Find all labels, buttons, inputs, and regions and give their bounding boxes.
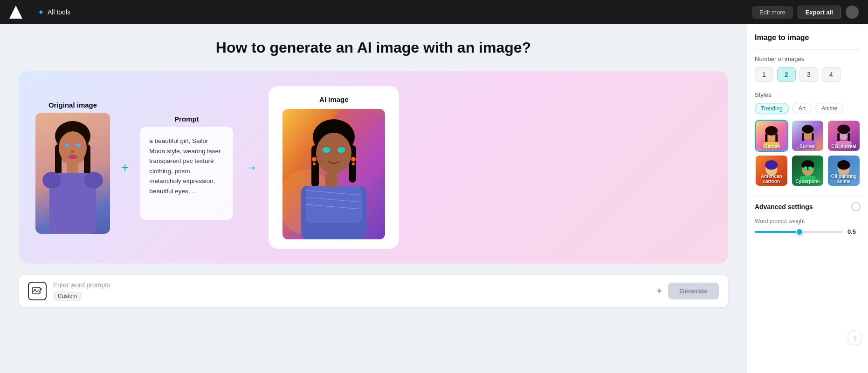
prompt-text-box: a beautiful girl, Sailor Moon style, wea… — [140, 127, 233, 220]
slider-track[interactable] — [755, 231, 843, 233]
style-label-cyberpunk: Cyberpunk — [792, 179, 824, 184]
svg-point-9 — [71, 150, 75, 153]
tab-art[interactable]: Art — [792, 103, 812, 114]
styles-tabs: Trending Art Anime — [755, 103, 861, 114]
svg-point-21 — [316, 133, 351, 174]
ai-image-svg — [282, 109, 385, 239]
num-images-row: 1 2 3 4 — [755, 67, 861, 82]
all-tools-button[interactable]: ✦ All tools — [38, 8, 70, 17]
styles-label: Styles — [755, 91, 861, 98]
image-input-icon[interactable] — [28, 282, 47, 300]
panel-divider-2 — [755, 196, 861, 197]
style-grid: Custom — [755, 120, 861, 187]
prompt-section: Prompt a beautiful girl, Sailor Moon sty… — [140, 115, 233, 220]
advanced-label: Advanced settings — [755, 203, 813, 210]
slider-fill — [755, 231, 799, 233]
style-label-oil: Oil painting anime — [828, 174, 860, 184]
original-image — [35, 113, 110, 234]
svg-rect-33 — [325, 173, 338, 187]
svg-rect-34 — [33, 287, 40, 294]
svg-point-24 — [312, 157, 317, 162]
magic-wand-icon[interactable]: ✦ — [655, 285, 663, 297]
custom-tag[interactable]: Custom — [53, 292, 82, 301]
style-item-cgi[interactable]: CGI surreal — [827, 120, 861, 152]
input-right: ✦ Generate — [655, 283, 719, 299]
person-silhouette — [35, 113, 110, 234]
num-btn-2[interactable]: 2 — [777, 67, 796, 82]
all-tools-label: All tools — [48, 8, 70, 16]
svg-point-62 — [801, 160, 814, 170]
style-item-cyberpunk[interactable]: Cyberpunk — [791, 155, 825, 187]
topnav-right: Edit more Export all — [752, 6, 859, 19]
svg-point-23 — [338, 147, 345, 153]
style-item-surreal[interactable]: Surreal — [791, 120, 825, 152]
content-area: How to generate an AI image with an imag… — [0, 24, 747, 373]
style-item-custom[interactable]: Custom — [755, 120, 788, 152]
panel-divider-1 — [755, 49, 861, 50]
ai-image-label: AI image — [319, 95, 349, 103]
avatar[interactable] — [846, 6, 859, 19]
svg-point-13 — [42, 172, 61, 189]
svg-rect-48 — [812, 133, 813, 141]
edit-more-button[interactable]: Edit more — [752, 6, 793, 19]
style-label-american: American cartoon — [756, 174, 787, 184]
image-add-icon — [32, 286, 42, 296]
right-panel: Image to image Number of images 1 2 3 4 … — [747, 24, 868, 373]
tab-anime[interactable]: Anime — [815, 103, 843, 114]
svg-point-64 — [808, 167, 812, 170]
style-label-cgi: CGI surreal — [828, 144, 860, 149]
num-btn-1[interactable]: 1 — [755, 67, 773, 82]
demo-card: Original image — [19, 71, 728, 264]
num-btn-3[interactable]: 3 — [799, 67, 818, 82]
original-label: Original image — [48, 101, 97, 109]
style-item-american[interactable]: American cartoon — [755, 155, 788, 187]
advanced-toggle[interactable] — [851, 202, 861, 211]
slider-row: 0.5 — [755, 228, 861, 235]
svg-point-22 — [323, 147, 330, 153]
svg-point-14 — [84, 172, 103, 189]
generate-button[interactable]: Generate — [668, 283, 719, 299]
svg-point-58 — [765, 160, 778, 170]
input-placeholder[interactable]: Enter word prompts — [53, 281, 649, 289]
word-prompt-label: Word prompt weight — [755, 218, 861, 224]
input-row: Enter word prompts Custom ✦ Generate — [19, 275, 728, 307]
svg-rect-47 — [802, 133, 804, 142]
svg-rect-42 — [775, 134, 778, 142]
style-label-custom: Custom — [756, 144, 787, 149]
advanced-settings-row: Advanced settings — [755, 202, 861, 211]
arrow-icon: → — [244, 160, 257, 175]
ai-image-box — [282, 109, 385, 239]
style-label-surreal: Surreal — [792, 144, 824, 149]
prompt-label: Prompt — [174, 115, 199, 123]
page-title: How to generate an AI image with an imag… — [19, 39, 728, 56]
style-item-oil[interactable]: Oil painting anime — [827, 155, 861, 187]
original-section: Original image — [35, 101, 110, 234]
slider-thumb[interactable] — [796, 228, 803, 236]
svg-point-63 — [803, 167, 807, 170]
svg-point-27 — [352, 163, 355, 165]
input-field-area: Enter word prompts Custom — [53, 281, 649, 301]
num-btn-4[interactable]: 4 — [822, 67, 840, 82]
svg-point-26 — [351, 157, 356, 162]
panel-title: Image to image — [755, 34, 861, 42]
tools-icon: ✦ — [38, 8, 44, 17]
svg-point-10 — [68, 155, 77, 159]
svg-rect-54 — [848, 133, 850, 141]
topnav: ✦ All tools Edit more Export all — [0, 0, 868, 24]
tab-trending[interactable]: Trending — [755, 103, 789, 114]
nav-divider — [30, 7, 30, 18]
scroll-icon[interactable]: ↕ — [847, 330, 862, 345]
svg-point-46 — [802, 125, 813, 134]
svg-point-68 — [838, 160, 850, 170]
num-images-label: Number of images — [755, 55, 861, 62]
prompt-text: a beautiful girl, Sailor Moon style, wea… — [149, 137, 220, 195]
svg-point-52 — [838, 124, 850, 134]
main-layout: How to generate an AI image with an imag… — [0, 24, 868, 373]
logo-icon — [9, 6, 22, 19]
slider-value: 0.5 — [847, 228, 861, 235]
export-all-button[interactable]: Export all — [798, 6, 841, 19]
ai-image-section: AI image — [269, 86, 399, 249]
original-image-inner — [35, 113, 110, 234]
plus-icon: + — [121, 160, 129, 175]
svg-point-25 — [313, 163, 316, 165]
